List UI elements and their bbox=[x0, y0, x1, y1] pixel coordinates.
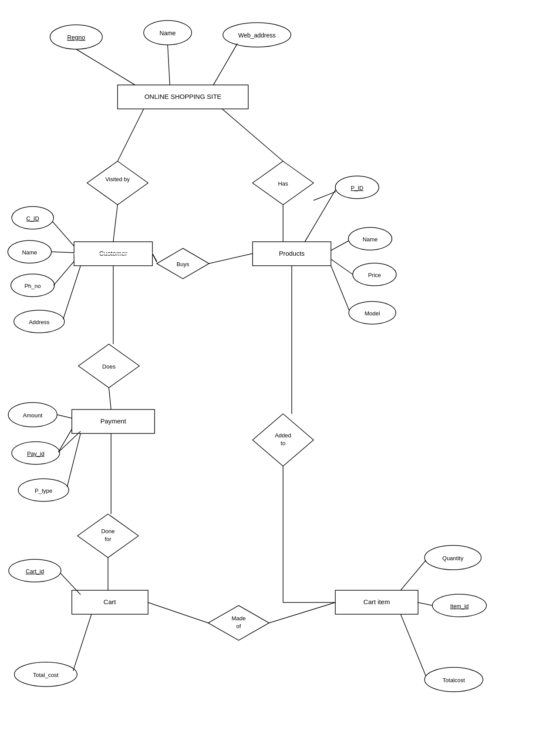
attr-address-label: Address bbox=[29, 319, 50, 325]
attr-cartid-label: Cart_id bbox=[26, 568, 44, 575]
rel-made-of-label2: of bbox=[236, 623, 241, 629]
attr-pid-label: P_ID bbox=[351, 185, 364, 191]
line-cust-buys-fixed bbox=[152, 254, 157, 262]
rel-does-label: Does bbox=[102, 363, 116, 370]
rel-added-to-label2: to bbox=[281, 440, 286, 447]
line-name-site bbox=[168, 45, 170, 85]
line-totalcost-cartitem bbox=[401, 614, 426, 676]
entity-payment-label: Payment bbox=[100, 417, 126, 425]
line-site-visitedby bbox=[118, 109, 144, 161]
attr-quantity-label: Quantity bbox=[442, 555, 464, 562]
line-model-prod bbox=[331, 266, 349, 311]
er-diagram: ONLINE SHOPPING SITE Regno Name Web_addr… bbox=[0, 0, 560, 751]
line-totalcost-cart bbox=[73, 614, 91, 671]
line-site-has bbox=[222, 109, 283, 161]
attr-ptype-label: P_type bbox=[35, 487, 52, 494]
attr-name-product-label: Name bbox=[363, 236, 378, 243]
rel-visited-by-label: Visited by bbox=[105, 176, 130, 183]
line-does-payment bbox=[109, 388, 111, 409]
line-payid-payment2 bbox=[58, 429, 72, 452]
rel-visited-by bbox=[87, 161, 148, 205]
rel-done-for-label1: Done bbox=[101, 528, 115, 534]
attr-name-site-label: Name bbox=[159, 30, 176, 37]
line-phno-customer bbox=[54, 261, 74, 285]
entity-products-label: Products bbox=[279, 250, 304, 257]
line-webaddress-site bbox=[213, 44, 237, 85]
line-name-customer bbox=[51, 252, 74, 253]
attr-regno-label: Regno bbox=[67, 34, 85, 41]
line-cart-madeof bbox=[148, 602, 208, 623]
entity-cart-label: Cart bbox=[104, 598, 116, 606]
line-address-customer bbox=[63, 266, 81, 319]
line-regno-site bbox=[76, 49, 135, 85]
line-payid-payment1 bbox=[58, 431, 81, 452]
line-madeof-cartitem bbox=[269, 602, 335, 623]
line-quantity-cartitem bbox=[401, 560, 426, 590]
attr-itemid-label: Item_id bbox=[450, 603, 469, 609]
rel-done-for-label2: for bbox=[105, 536, 111, 542]
attr-totalcost-cartitem-label: Totalcost bbox=[442, 677, 465, 683]
line-cid-customer bbox=[52, 221, 74, 246]
entity-cart-item-label: Cart item bbox=[364, 598, 390, 606]
rel-has-label: Has bbox=[278, 180, 288, 187]
line-itemid-cartitem bbox=[418, 602, 432, 606]
line-amount-payment bbox=[57, 415, 72, 418]
attr-web-address-label: Web_address bbox=[238, 32, 276, 39]
line-buys-prod bbox=[209, 254, 253, 264]
line-pid-products bbox=[314, 192, 336, 200]
attr-name-customer-label: Name bbox=[22, 249, 37, 256]
attr-price-label: Price bbox=[368, 272, 381, 278]
line-visitedby-customer bbox=[113, 205, 118, 242]
rel-buys-label: Buys bbox=[177, 261, 189, 267]
attr-payid-label: Pay_id bbox=[27, 450, 44, 457]
line-cartid-cart bbox=[60, 573, 81, 595]
attr-amount-label: Amount bbox=[23, 412, 43, 419]
rel-made-of-label1: Made bbox=[232, 615, 246, 622]
attr-model-label: Model bbox=[364, 310, 380, 317]
line-pid-prod bbox=[305, 189, 336, 242]
line-price-prod bbox=[331, 259, 353, 274]
rel-added-to-label1: Added bbox=[275, 432, 291, 439]
attr-totalcost-cart-label: Total_cost bbox=[33, 672, 59, 678]
entity-online-shopping-site-label: ONLINE SHOPPING SITE bbox=[145, 93, 222, 100]
line-ptype-payment bbox=[67, 433, 81, 487]
attr-phno-label: Ph_no bbox=[24, 283, 41, 289]
line-name-prod bbox=[331, 241, 348, 250]
cover bbox=[74, 254, 152, 254]
attr-cid-label: C_ID bbox=[26, 215, 39, 222]
